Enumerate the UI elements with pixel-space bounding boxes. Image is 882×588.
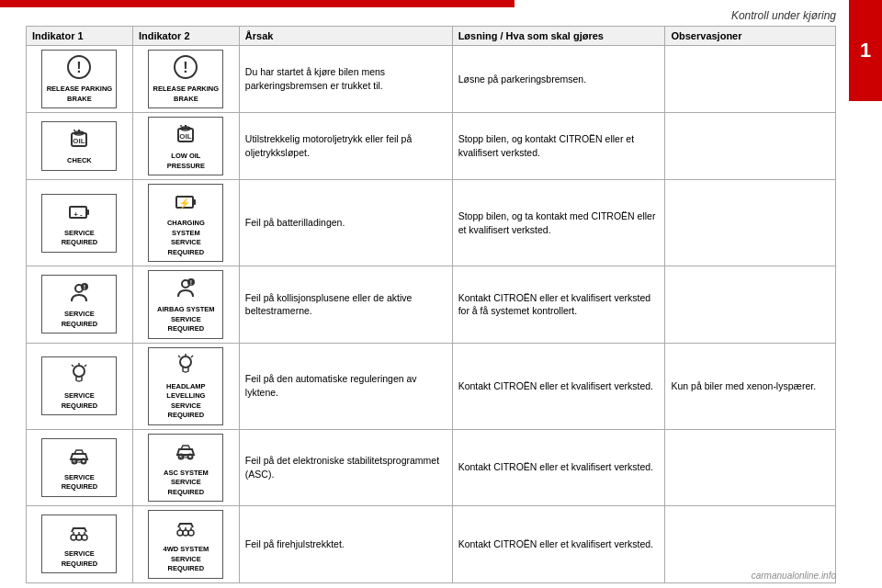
- losning-cell: Stopp bilen, og ta kontakt med CITROËN e…: [452, 180, 665, 266]
- indicator1-img: + - SERVICE REQUIRED: [41, 194, 117, 253]
- indicator1-img: ! RELEASE PARKINGBRAKE: [41, 50, 117, 108]
- indicator2-label: 4WD SYSTEMSERVICE REQUIRED: [153, 545, 219, 574]
- indicator1-cell: ! SERVICE REQUIRED: [27, 266, 133, 344]
- main-content: Indikator 1 Indikator 2 Årsak Løsning / …: [26, 26, 836, 560]
- table-row: ASC SERVICE REQUIRED ASC ASC SYSTEMSERVI…: [27, 429, 836, 506]
- indicator2-cell: ASC ASC SYSTEMSERVICE REQUIRED: [132, 429, 239, 506]
- col-header-ind2: Indikator 2: [132, 27, 239, 46]
- indicator1-label: RELEASE PARKINGBRAKE: [47, 85, 113, 104]
- arsak-cell: Utilstrekkelig motoroljetrykk eller feil…: [239, 113, 452, 180]
- indicator2-label: ASC SYSTEMSERVICE REQUIRED: [153, 469, 219, 498]
- indicator1-label: SERVICE REQUIRED: [46, 229, 112, 248]
- indicator1-label: SERVICE REQUIRED: [46, 310, 112, 329]
- svg-point-41: [76, 535, 82, 540]
- svg-rect-15: [86, 209, 89, 215]
- indicator2-icon: ASC: [173, 438, 198, 467]
- col-header-losning: Løsning / Hva som skal gjøres: [452, 27, 665, 46]
- indicator2-cell: ! RELEASE PARKING BRAKE: [132, 46, 239, 113]
- col-header-obs: Observasjoner: [665, 27, 836, 46]
- svg-text:ASC: ASC: [180, 454, 192, 459]
- svg-line-29: [72, 365, 74, 367]
- svg-text:⚡: ⚡: [178, 197, 191, 209]
- indicator1-cell: SERVICE REQUIRED: [27, 506, 133, 583]
- indicator2-label: AIRBAG SYSTEMSERVICE REQUIRED: [153, 305, 219, 334]
- obs-cell: Kun på biler med xenon-lyspærer.: [665, 343, 836, 429]
- obs-cell: [665, 429, 836, 506]
- losning-cell: Kontakt CITROËN eller et kvalifisert ver…: [452, 506, 665, 583]
- indicator2-icon: ⚡: [173, 188, 198, 217]
- obs-cell: [665, 46, 836, 113]
- indicator2-cell: OIL LOW OIL PRESSURE: [132, 113, 239, 180]
- indicator1-label: SERVICE REQUIRED: [46, 473, 112, 492]
- indicator2-img: ! AIRBAG SYSTEMSERVICE REQUIRED: [148, 270, 223, 339]
- svg-point-40: [71, 535, 76, 540]
- indicator1-cell: OIL CHECK: [27, 113, 133, 180]
- top-red-bar: [0, 0, 514, 7]
- indicator1-icon: !: [66, 279, 92, 308]
- indicator2-cell: 4WD SYSTEMSERVICE REQUIRED: [132, 506, 239, 583]
- table-row: OIL CHECK OIL LOW OIL PRESSURE Utilstrek…: [27, 113, 836, 180]
- arsak-cell: Feil på firehjulstrekktet.: [239, 506, 452, 583]
- obs-cell: [665, 180, 836, 266]
- indicator2-label: LOW OIL PRESSURE: [153, 152, 219, 171]
- indicator2-img: ! RELEASE PARKING BRAKE: [148, 50, 223, 108]
- indicator2-icon: [173, 352, 198, 380]
- arsak-cell: Feil på det elektroniske stabilitetsprog…: [239, 429, 452, 506]
- indicator1-icon: [66, 361, 92, 390]
- indicator2-cell: HEADLAMP LEVELLINGSERVICE REQUIRED: [132, 343, 239, 429]
- svg-text:+  -: + -: [74, 210, 84, 219]
- svg-text:!: !: [77, 60, 82, 75]
- indicator1-icon: ASC: [66, 443, 92, 471]
- indicator2-cell: ! AIRBAG SYSTEMSERVICE REQUIRED: [132, 266, 239, 344]
- svg-text:!: !: [184, 60, 188, 75]
- svg-point-47: [183, 530, 188, 536]
- table-row: + - SERVICE REQUIRED ⚡ CHARGING SYSTEMSE…: [27, 180, 836, 266]
- page-tab: 1: [849, 0, 882, 101]
- arsak-cell: Feil på batterilladingen.: [239, 180, 452, 266]
- indicator1-cell: + - SERVICE REQUIRED: [27, 180, 133, 266]
- indicator1-img: OIL CHECK: [41, 121, 117, 171]
- table-header-row: Indikator 1 Indikator 2 Årsak Løsning / …: [27, 27, 836, 46]
- svg-text:OIL: OIL: [74, 137, 85, 145]
- obs-cell: [665, 113, 836, 180]
- svg-point-30: [180, 356, 191, 368]
- indicator2-img: ASC ASC SYSTEMSERVICE REQUIRED: [148, 434, 223, 503]
- indicator1-cell: ! RELEASE PARKINGBRAKE: [27, 46, 133, 113]
- indicator2-icon: !: [173, 54, 198, 83]
- table-row: ! RELEASE PARKINGBRAKE ! RELEASE PARKING…: [27, 46, 836, 113]
- svg-point-26: [74, 366, 85, 377]
- indicator2-label: RELEASE PARKING BRAKE: [153, 85, 219, 104]
- indicator1-img: ASC SERVICE REQUIRED: [41, 438, 117, 497]
- indicator2-cell: ⚡ CHARGING SYSTEMSERVICE REQUIRED: [132, 180, 239, 266]
- losning-cell: Kontakt CITROËN eller et kvalifisert ver…: [452, 343, 665, 429]
- indicators-table: Indikator 1 Indikator 2 Årsak Løsning / …: [26, 26, 836, 583]
- indicator1-cell: ASC SERVICE REQUIRED: [27, 429, 133, 506]
- indicator2-icon: !: [173, 275, 198, 303]
- losning-cell: Kontakt CITROËN eller et kvalifisert ver…: [452, 429, 665, 506]
- table-row: ! SERVICE REQUIRED ! AIRBAG SYSTEMSERVIC…: [27, 266, 836, 344]
- obs-cell: [665, 266, 836, 344]
- indicator1-img: SERVICE REQUIRED: [41, 514, 117, 573]
- indicator1-cell: SERVICE REQUIRED: [27, 343, 133, 429]
- svg-line-33: [178, 356, 180, 357]
- indicator2-img: HEADLAMP LEVELLINGSERVICE REQUIRED: [148, 347, 223, 425]
- indicator1-label: CHECK: [67, 156, 92, 166]
- indicator1-icon: + -: [66, 198, 92, 227]
- svg-point-46: [177, 530, 183, 536]
- website-footer: carmanualonline.info: [752, 571, 836, 581]
- svg-point-48: [188, 530, 194, 536]
- svg-rect-18: [193, 199, 196, 205]
- page-number: 1: [860, 39, 871, 62]
- losning-cell: Kontakt CITROËN eller et kvalifisert ver…: [452, 266, 665, 344]
- table-row: SERVICE REQUIRED 4WD SYSTEMSERVICE REQUI…: [27, 506, 836, 583]
- svg-line-28: [85, 365, 86, 367]
- indicator2-label: HEADLAMP LEVELLINGSERVICE REQUIRED: [153, 382, 219, 421]
- indicator1-img: SERVICE REQUIRED: [41, 356, 117, 415]
- svg-text:ASC: ASC: [74, 458, 85, 464]
- losning-cell: Løsne på parkeringsbremsen.: [452, 46, 665, 113]
- table-row: SERVICE REQUIRED HEADLAMP LEVELLINGSERVI…: [27, 343, 836, 429]
- header-title: Kontroll under kjøring: [731, 9, 836, 22]
- indicator2-icon: OIL: [173, 121, 198, 150]
- indicator2-label: CHARGING SYSTEMSERVICE REQUIRED: [153, 219, 219, 257]
- indicator1-label: SERVICE REQUIRED: [46, 549, 112, 569]
